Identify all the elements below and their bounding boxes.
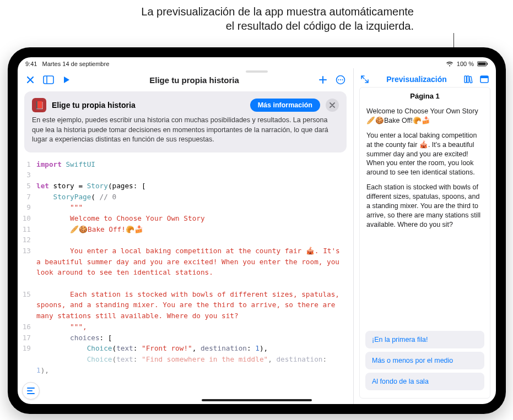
code-token: ( (91, 193, 99, 201)
code-token: """, (36, 321, 348, 332)
code-token: story (53, 182, 74, 190)
preview-paragraph: You enter a local baking competition at … (366, 131, 483, 177)
svg-rect-2 (487, 63, 488, 65)
code-token: : [ (100, 334, 112, 342)
svg-rect-1 (478, 63, 486, 66)
main-split: Elige tu propia historia 📕 Elige tu prop… (18, 68, 496, 404)
code-token: Choice (87, 355, 112, 363)
run-icon[interactable] (62, 75, 71, 84)
code-token: // 0 (100, 193, 117, 201)
info-card-header: 📕 Elige tu propia historia Más informaci… (32, 98, 339, 112)
dismiss-card-button[interactable] (326, 99, 339, 112)
preview-paragraph: Each station is stocked with bowls of di… (366, 183, 483, 229)
code-token: Story (87, 182, 108, 190)
svg-rect-16 (480, 76, 488, 78)
code-token: "Find somewhere in the middle" (142, 355, 268, 363)
code-token: 1 (255, 344, 260, 352)
status-right: 100 % (446, 61, 488, 67)
svg-point-6 (338, 79, 339, 80)
info-card-title: Elige tu propia historia (52, 101, 136, 110)
preview-choices: ¡En la primera fila! Más o menos por el … (360, 328, 490, 398)
code-token: Welcome to Choose Your Own Story (36, 213, 348, 224)
multitasking-grabber[interactable] (246, 70, 268, 73)
wifi-icon (446, 61, 453, 67)
status-date: Martes 14 de septiembre (42, 61, 110, 67)
canvas-icon[interactable] (479, 75, 489, 84)
home-indicator[interactable] (202, 399, 312, 401)
app-preview: Página 1 Welcome to Choose Your Own Stor… (359, 87, 490, 399)
svg-rect-11 (27, 393, 35, 394)
preview-body: Welcome to Choose Your Own Story 🥖🍪Bake … (360, 105, 490, 328)
close-icon[interactable] (25, 75, 35, 85)
sidebar-toggle-icon[interactable] (43, 75, 54, 84)
code-token: choices (70, 334, 99, 342)
expand-icon[interactable] (360, 75, 369, 84)
editor-title: Elige tu propia historia (78, 75, 310, 85)
battery-icon (477, 61, 488, 67)
status-bar: 9:41 Martes 14 de septiembre 100 % (18, 57, 496, 68)
svg-point-7 (340, 79, 341, 80)
preview-paragraph: Welcome to Choose Your Own Story 🥖🍪Bake … (366, 107, 483, 126)
editor-pane: Elige tu propia historia 📕 Elige tu prop… (18, 68, 354, 404)
editor-toolbar: Elige tu propia historia (18, 68, 353, 88)
project-icon: 📕 (32, 98, 46, 112)
svg-point-8 (342, 79, 343, 80)
editor-toolbar-right (318, 75, 345, 85)
code-token: destination (201, 344, 247, 352)
svg-rect-9 (27, 388, 35, 389)
code-token: Each station is stocked with bowls of di… (36, 289, 348, 321)
preview-title[interactable]: Previsualización (375, 75, 458, 84)
status-battery-text: 100 % (457, 61, 474, 67)
screen: 9:41 Martes 14 de septiembre 100 % (18, 57, 496, 404)
more-info-button[interactable]: Más información (250, 99, 320, 112)
code-token: 1 (36, 366, 41, 374)
code-token: Choice (87, 344, 112, 352)
code-token: let (36, 182, 49, 190)
callout-line-1: La previsualización de la app muestra au… (0, 4, 414, 19)
preview-pane: Previsualización Página 1 Welcome to Cho… (354, 68, 496, 404)
format-button[interactable] (22, 382, 40, 400)
info-card-body: En este ejemplo, puedes escribir una his… (32, 116, 339, 145)
svg-rect-14 (469, 77, 472, 83)
callout-line-2: el resultado del código de la izquierda. (0, 19, 414, 33)
code-token: SwiftUI (66, 160, 95, 168)
add-icon[interactable] (318, 75, 328, 85)
choice-button[interactable]: ¡En la primera fila! (365, 331, 484, 348)
choice-button[interactable]: Más o menos por el medio (365, 352, 484, 369)
code-token: "Front row!" (142, 344, 192, 352)
info-card: 📕 Elige tu propia historia Más informaci… (24, 91, 347, 152)
preview-page-label: Página 1 (360, 88, 490, 105)
code-token: import (36, 160, 62, 168)
svg-rect-3 (44, 76, 53, 84)
choice-button[interactable]: Al fondo de la sala (365, 373, 484, 390)
code-token: 🥖🍪Bake Off!🥐🍰 (36, 224, 348, 235)
code-token: You enter a local baking competition at … (36, 246, 348, 278)
code-token: text (116, 344, 133, 352)
code-token: (pages: [ (108, 182, 146, 190)
preview-toolbar: Previsualización (354, 68, 496, 87)
more-icon[interactable] (336, 75, 345, 85)
code-token: = (74, 182, 87, 190)
svg-rect-10 (27, 390, 33, 391)
status-time: 9:41 (25, 61, 37, 67)
code-editor[interactable]: 1import SwiftUI 3 5let story = Story(pag… (18, 155, 353, 405)
library-icon[interactable] (464, 75, 474, 84)
svg-rect-13 (467, 76, 469, 83)
code-token: destination (276, 355, 322, 363)
code-token: """ (36, 202, 348, 213)
svg-rect-12 (465, 76, 467, 83)
status-left: 9:41 Martes 14 de septiembre (25, 61, 109, 67)
ipad-frame: 9:41 Martes 14 de septiembre 100 % (8, 47, 506, 414)
code-token: text (116, 355, 133, 363)
code-token: StoryPage (53, 193, 91, 201)
callout-annotation: La previsualización de la app muestra au… (0, 4, 513, 33)
